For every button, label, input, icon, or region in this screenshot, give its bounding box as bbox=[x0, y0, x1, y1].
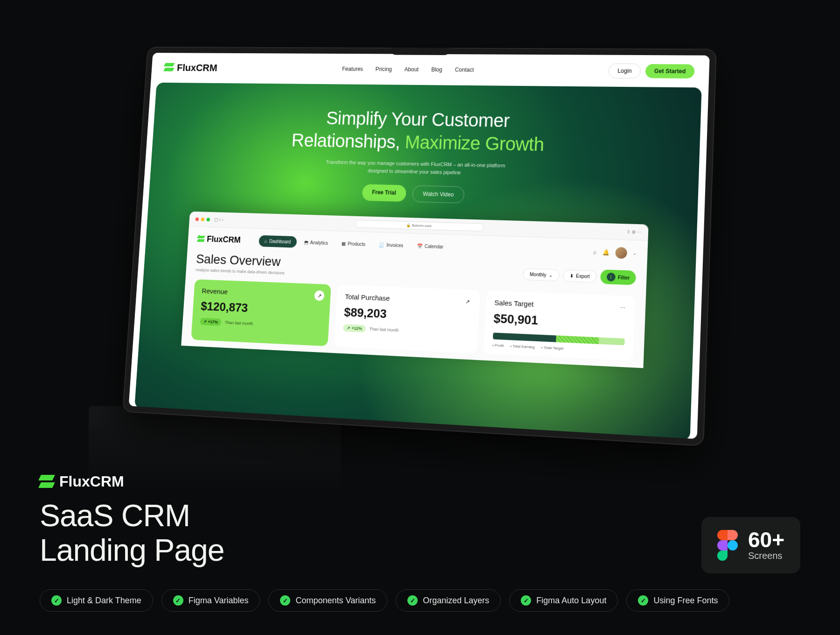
download-icon: ⬇ bbox=[570, 273, 574, 279]
nav-link-contact[interactable]: Contact bbox=[455, 67, 474, 73]
nav-link-about[interactable]: About bbox=[404, 66, 419, 73]
get-started-button[interactable]: Get Started bbox=[645, 64, 695, 78]
check-icon: ✓ bbox=[51, 595, 62, 606]
promo-brand: FluxCRM bbox=[40, 473, 800, 490]
filter-button[interactable]: ⫶ Filter bbox=[600, 269, 637, 285]
check-icon: ✓ bbox=[638, 595, 648, 606]
chevron-down-icon: ⌄ bbox=[549, 272, 553, 278]
legend-item: Total Target bbox=[541, 346, 564, 351]
check-icon: ✓ bbox=[521, 595, 531, 606]
nav-link-pricing[interactable]: Pricing bbox=[375, 66, 392, 72]
target-progress bbox=[493, 332, 625, 345]
site-nav: FluxCRM FeaturesPricingAboutBlogContact … bbox=[151, 53, 710, 88]
dash-nav-invoices[interactable]: 🧾Invoices bbox=[373, 239, 410, 251]
logo-icon bbox=[197, 235, 204, 243]
dash-nav-analytics[interactable]: ⬒Analytics bbox=[298, 236, 334, 249]
feature-pill: ✓Figma Variables bbox=[161, 589, 260, 612]
browser-action-icons: ⇧ ⊕ ⋯ bbox=[626, 229, 642, 235]
more-icon[interactable]: ⋯ bbox=[617, 303, 628, 314]
legend-item: Profit bbox=[492, 343, 504, 348]
check-icon: ✓ bbox=[407, 595, 418, 606]
expand-icon[interactable]: ↗ bbox=[462, 296, 473, 307]
period-select[interactable]: Monthly ⌄ bbox=[523, 268, 559, 281]
legend-item: Total Earning bbox=[510, 344, 535, 350]
purchase-card[interactable]: Total Purchase ↗ $89,203 ↗ +12% Than las… bbox=[334, 285, 480, 353]
nav-link-features[interactable]: Features bbox=[342, 66, 364, 72]
avatar[interactable] bbox=[616, 247, 628, 258]
page-title: Sales Overview bbox=[196, 252, 286, 269]
nav-link-blog[interactable]: Blog bbox=[431, 66, 442, 73]
feature-pill: ✓Components Variants bbox=[268, 589, 387, 612]
feature-pill: ✓Organized Layers bbox=[396, 589, 501, 612]
dash-nav-calendar[interactable]: 📅Calendar bbox=[411, 240, 449, 253]
export-button[interactable]: ⬇ Export bbox=[563, 269, 597, 282]
laptop-mockup: FluxCRM FeaturesPricingAboutBlogContact … bbox=[122, 47, 717, 446]
brand-name: FluxCRM bbox=[176, 62, 217, 74]
target-card[interactable]: Sales Target ⋯ $50,901 ProfitTotal Earni… bbox=[483, 290, 635, 360]
browser-nav-icons: ▢ ‹ › bbox=[214, 217, 223, 222]
login-button[interactable]: Login bbox=[608, 64, 641, 79]
watch-video-button[interactable]: Watch Video bbox=[412, 185, 465, 204]
logo-icon bbox=[40, 475, 54, 489]
traffic-lights bbox=[195, 217, 210, 221]
feature-pill: ✓Using Free Fonts bbox=[626, 589, 729, 612]
free-trial-button[interactable]: Free Trial bbox=[362, 184, 406, 202]
hero-section: Simplify Your Customer Relationships, Ma… bbox=[134, 83, 702, 439]
check-icon: ✓ bbox=[173, 595, 183, 606]
screens-badge: 60+ Screens bbox=[701, 517, 800, 573]
url-bar[interactable]: 🔒 fluxcrm.com bbox=[355, 220, 483, 232]
check-icon: ✓ bbox=[280, 595, 290, 606]
figma-icon bbox=[717, 530, 738, 561]
hero-subtitle: Transform the way you manage customers w… bbox=[163, 155, 684, 181]
revenue-card[interactable]: Revenue ↗ $120,873 ↗ +17% Than last mont… bbox=[191, 279, 331, 346]
dash-nav-products[interactable]: ▦Products bbox=[335, 238, 371, 250]
hero-title: Simplify Your Customer Relationships, Ma… bbox=[165, 105, 686, 159]
dash-brand[interactable]: FluxCRM bbox=[197, 234, 241, 245]
feature-pill: ✓Light & Dark Theme bbox=[40, 589, 153, 612]
logo-icon bbox=[164, 63, 174, 73]
feature-pill: ✓Figma Auto Layout bbox=[509, 589, 618, 612]
dashboard-preview: ▢ ‹ › 🔒 fluxcrm.com ⇧ ⊕ ⋯ FluxCRM ⌂Dashb… bbox=[181, 212, 649, 368]
brand-logo[interactable]: FluxCRM bbox=[164, 62, 217, 74]
expand-icon[interactable]: ↗ bbox=[314, 290, 324, 301]
search-icon[interactable]: ⌕ bbox=[593, 248, 597, 255]
promo-title: SaaS CRMLanding Page bbox=[40, 499, 800, 568]
dash-nav-dashboard[interactable]: ⌂Dashboard bbox=[259, 235, 297, 248]
filter-icon: ⫶ bbox=[607, 273, 616, 282]
chevron-down-icon[interactable]: ⌄ bbox=[633, 251, 637, 256]
bell-icon[interactable]: 🔔 bbox=[602, 249, 610, 256]
promo-section: FluxCRM SaaS CRMLanding Page 60+ Screens… bbox=[40, 473, 800, 612]
